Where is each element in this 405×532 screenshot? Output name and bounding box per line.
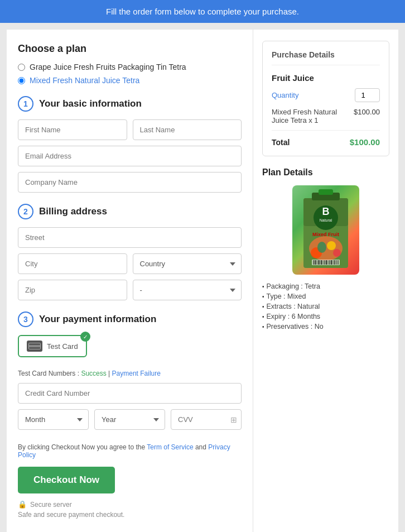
cc-number-group <box>18 383 242 404</box>
success-link[interactable]: Success <box>81 370 106 377</box>
cc-number-row <box>18 383 242 404</box>
quantity-input[interactable] <box>355 88 380 102</box>
total-price: $100.00 <box>350 137 380 147</box>
product-name: Fruit Juice <box>272 73 380 83</box>
tos-middle: and <box>194 443 209 451</box>
country-group: Country United States United Kingdom Ind… <box>133 253 242 274</box>
card-option-label: Test Card <box>47 342 78 351</box>
street-input[interactable] <box>18 227 242 248</box>
zip-state-row: - <box>18 280 242 300</box>
purchase-title: Purchase Details <box>272 50 380 65</box>
detail-type: • Type : Mixed <box>262 293 389 300</box>
month-group: Month 01 02 03 04 05 06 07 08 09 10 11 1… <box>18 409 89 430</box>
card-option-row: Test Card ✓ <box>18 335 242 364</box>
plan-details-section: Plan Details <box>262 167 389 330</box>
quantity-label: Quantity <box>272 91 298 99</box>
zip-input[interactable] <box>18 280 127 300</box>
secure-sub: Safe and secure payment checkout. <box>18 511 242 519</box>
purchase-details-box: Purchase Details Fruit Juice Quantity Mi… <box>262 41 389 156</box>
card-icon <box>27 341 42 352</box>
bullet-icon: • <box>262 294 264 300</box>
test-card-note: Test Card Numbers : Success | Payment Fa… <box>18 370 242 377</box>
choose-plan-title: Choose a plan <box>18 43 242 55</box>
top-banner: Fill the order form below to complete yo… <box>0 0 405 23</box>
first-name-group <box>18 119 127 140</box>
total-label: Total <box>272 138 290 147</box>
first-name-input[interactable] <box>18 119 127 140</box>
email-group <box>18 146 242 166</box>
company-group <box>18 172 242 193</box>
svg-rect-3 <box>319 189 333 195</box>
svg-rect-13 <box>312 260 340 265</box>
company-input[interactable] <box>18 172 242 193</box>
svg-point-12 <box>317 242 326 253</box>
plan-label-2: Mixed Fresh Natural Juice Tetra <box>30 76 139 85</box>
street-group <box>18 227 242 248</box>
plan-radio-1[interactable] <box>18 64 25 71</box>
secure-label: Secure server <box>30 501 72 509</box>
checkout-button[interactable]: Checkout Now <box>18 467 115 493</box>
detail-packaging: • Packaging : Tetra <box>262 282 389 290</box>
zip-group <box>18 280 127 300</box>
plan-label-1: Grape Juice Fresh Fruits Packaging Tin T… <box>30 63 186 71</box>
step3-circle: 3 <box>18 311 33 327</box>
plan-details-title: Plan Details <box>262 167 389 178</box>
lock-icon: 🔒 <box>18 500 27 509</box>
svg-text:Natural: Natural <box>320 218 332 222</box>
test-card-prefix: Test Card Numbers : <box>18 370 81 377</box>
last-name-input[interactable] <box>133 119 242 140</box>
svg-point-11 <box>333 249 341 257</box>
state-group: - <box>133 280 242 300</box>
step1-title: Your basic information <box>39 98 142 109</box>
tos-prefix: By clicking Checkout Now you agree to th… <box>18 443 147 451</box>
banner-text: Fill the order form below to complete yo… <box>106 7 299 16</box>
failure-link[interactable]: Payment Failure <box>112 370 161 377</box>
city-input[interactable] <box>18 253 127 274</box>
company-row <box>18 172 242 193</box>
cvv-card-icon: ⊞ <box>230 415 237 424</box>
city-country-row: Country United States United Kingdom Ind… <box>18 253 242 274</box>
month-year-cvv-row: Month 01 02 03 04 05 06 07 08 09 10 11 1… <box>18 409 242 430</box>
detail-expiry: • Expiry : 6 Months <box>262 313 389 320</box>
email-input[interactable] <box>18 146 242 166</box>
bullet-icon: • <box>262 304 264 310</box>
name-row <box>18 119 242 140</box>
bullet-icon: • <box>262 284 264 290</box>
tos-text: By clicking Checkout Now you agree to th… <box>18 443 242 459</box>
card-check-icon: ✓ <box>80 332 90 342</box>
svg-text:B: B <box>322 206 330 217</box>
secure-note: 🔒 Secure server <box>18 500 242 509</box>
step1-header: 1 Your basic information <box>18 96 242 112</box>
tos-link[interactable]: Term of Service <box>147 443 193 451</box>
city-group <box>18 253 127 274</box>
product-price: $100.00 <box>354 108 380 116</box>
month-select[interactable]: Month 01 02 03 04 05 06 07 08 09 10 11 1… <box>18 409 89 430</box>
plan-option-2[interactable]: Mixed Fresh Natural Juice Tetra <box>18 76 242 85</box>
product-image-svg: B Natural Mixed Fruit <box>295 187 356 274</box>
detail-extracts: • Extracts : Natural <box>262 303 389 310</box>
step2-circle: 2 <box>18 204 33 219</box>
step2-title: Billing address <box>39 206 107 217</box>
bullet-icon: • <box>262 314 264 320</box>
product-row: Mixed Fresh Natural Juice Tetra x 1 $100… <box>272 108 380 131</box>
cvv-group: ⊞ <box>171 409 242 430</box>
year-select[interactable]: Year 2024 2025 2026 2027 <box>94 409 165 430</box>
product-details-list: • Packaging : Tetra • Type : Mixed • Ext… <box>262 282 389 330</box>
product-image: B Natural Mixed Fruit <box>292 185 359 275</box>
state-select[interactable]: - <box>133 280 242 300</box>
year-group: Year 2024 2025 2026 2027 <box>94 409 165 430</box>
step2-header: 2 Billing address <box>18 204 242 219</box>
left-panel: Choose a plan Grape Juice Fresh Fruits P… <box>7 30 253 532</box>
plan-option-1[interactable]: Grape Juice Fresh Fruits Packaging Tin T… <box>18 63 242 71</box>
product-desc: Mixed Fresh Natural Juice Tetra x 1 <box>272 108 344 124</box>
quantity-row: Quantity <box>272 88 380 102</box>
last-name-group <box>133 119 242 140</box>
street-row <box>18 227 242 248</box>
bullet-icon: • <box>262 324 264 330</box>
test-card-option[interactable]: Test Card ✓ <box>18 335 87 357</box>
cc-number-input[interactable] <box>18 383 242 404</box>
plan-radio-2[interactable] <box>18 77 25 84</box>
product-image-box: B Natural Mixed Fruit <box>262 185 389 275</box>
country-select[interactable]: Country United States United Kingdom Ind… <box>133 253 242 274</box>
right-panel: Purchase Details Fruit Juice Quantity Mi… <box>253 30 398 532</box>
